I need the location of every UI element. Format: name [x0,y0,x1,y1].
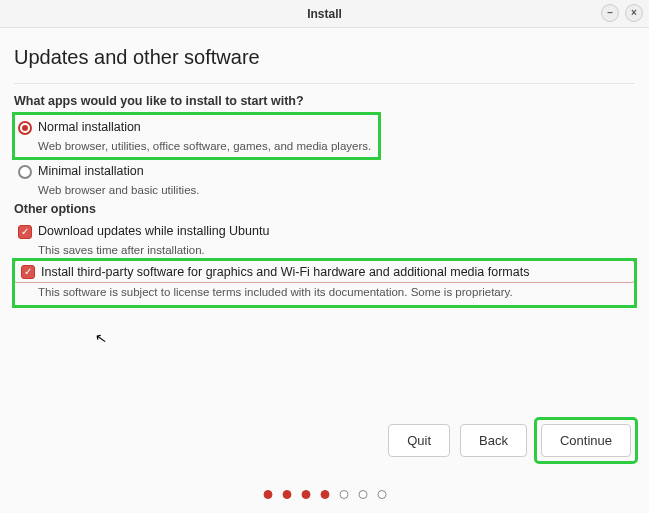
titlebar: Install – × [0,0,649,28]
normal-install-option[interactable]: Normal installation [14,118,371,137]
apps-question: What apps would you like to install to s… [14,94,635,108]
minimize-button[interactable]: – [601,4,619,22]
progress-dot [301,490,310,499]
quit-button[interactable]: Quit [388,424,450,457]
window-title: Install [307,7,342,21]
download-updates-option[interactable]: ✓ Download updates while installing Ubun… [14,222,635,241]
thirdparty-checkbox[interactable]: ✓ [21,265,35,279]
divider [14,83,635,84]
progress-dot [377,490,386,499]
window-controls: – × [601,4,643,22]
minimal-install-radio[interactable] [18,165,32,179]
normal-install-highlight: Normal installation Web browser, utiliti… [14,114,379,158]
thirdparty-highlight: ✓ Install third-party software for graph… [14,260,635,306]
normal-install-label: Normal installation [38,120,141,134]
progress-dots [263,490,386,499]
footer-buttons: Quit Back Continue [388,420,635,461]
progress-dot [358,490,367,499]
thirdparty-desc: This software is subject to license term… [38,286,635,298]
back-button[interactable]: Back [460,424,527,457]
continue-highlight: Continue [537,420,635,461]
page-title: Updates and other software [14,46,635,69]
progress-dot [320,490,329,499]
download-updates-desc: This saves time after installation. [38,244,635,256]
progress-dot [339,490,348,499]
minimal-install-option[interactable]: Minimal installation [14,162,635,181]
normal-install-radio[interactable] [18,121,32,135]
normal-install-desc: Web browser, utilities, office software,… [38,140,371,152]
content-area: Updates and other software What apps wou… [0,28,649,306]
continue-button[interactable]: Continue [541,424,631,457]
minimal-install-desc: Web browser and basic utilities. [38,184,635,196]
cursor-icon: ↖ [94,329,109,347]
progress-dot [263,490,272,499]
download-updates-label: Download updates while installing Ubuntu [38,224,269,238]
close-button[interactable]: × [625,4,643,22]
thirdparty-option[interactable]: ✓ Install third-party software for graph… [14,260,635,283]
other-options-title: Other options [14,202,635,216]
minimal-install-label: Minimal installation [38,164,144,178]
progress-dot [282,490,291,499]
thirdparty-label: Install third-party software for graphic… [41,265,529,279]
download-updates-checkbox[interactable]: ✓ [18,225,32,239]
